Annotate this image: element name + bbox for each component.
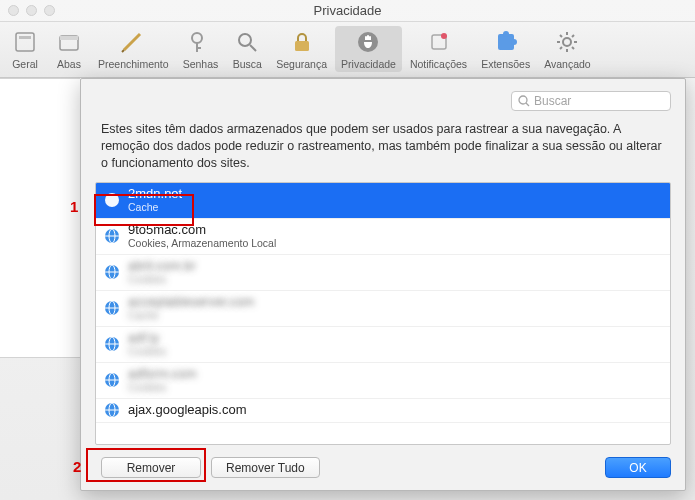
search-input[interactable]: Buscar <box>511 91 671 111</box>
search-icon <box>518 95 530 107</box>
search-icon <box>233 28 261 56</box>
minimize-icon[interactable] <box>26 5 37 16</box>
globe-icon <box>104 372 120 388</box>
svg-point-9 <box>441 33 447 39</box>
description-text: Estes sites têm dados armazenados que po… <box>101 121 665 172</box>
tab-privacidade[interactable]: Privacidade <box>335 26 402 72</box>
zoom-icon[interactable] <box>44 5 55 16</box>
svg-point-5 <box>239 34 251 46</box>
globe-icon <box>104 402 120 418</box>
list-item[interactable]: ajax.googleapis.com <box>96 399 670 423</box>
tab-extensoes[interactable]: Extensões <box>475 26 536 72</box>
svg-rect-3 <box>60 36 78 40</box>
bell-icon <box>425 28 453 56</box>
svg-rect-0 <box>16 33 34 51</box>
globe-icon <box>104 264 120 280</box>
list-item[interactable]: abril.com.br Cookies <box>96 255 670 291</box>
gear-icon <box>553 28 581 56</box>
prefs-toolbar: Geral Abas Preenchimento Senhas Busca <box>0 22 695 78</box>
general-icon <box>11 28 39 56</box>
globe-icon <box>104 300 120 316</box>
svg-point-12 <box>511 39 517 45</box>
preferences-window: Privacidade Geral Abas Preenchimento Sen… <box>0 0 695 500</box>
svg-point-11 <box>503 31 509 37</box>
list-item[interactable]: adf.ly Cookies <box>96 327 670 363</box>
list-item[interactable]: acceptableserver.com Cache <box>96 291 670 327</box>
tab-preenchimento[interactable]: Preenchimento <box>92 26 175 72</box>
background-panel <box>0 78 80 358</box>
globe-icon <box>104 336 120 352</box>
svg-point-14 <box>519 96 527 104</box>
key-icon <box>186 28 214 56</box>
lock-icon <box>288 28 316 56</box>
svg-rect-1 <box>19 36 31 39</box>
annotation-box-2 <box>86 448 206 482</box>
tab-busca[interactable]: Busca <box>226 26 268 72</box>
tab-notificacoes[interactable]: Notificações <box>404 26 473 72</box>
annotation-step-2: 2 <box>73 458 81 475</box>
tab-general[interactable]: Geral <box>4 26 46 72</box>
window-title: Privacidade <box>314 3 382 18</box>
tab-avancado[interactable]: Avançado <box>538 26 597 72</box>
hand-icon <box>354 28 382 56</box>
annotation-box-1 <box>94 194 194 226</box>
autofill-icon <box>119 28 147 56</box>
svg-rect-6 <box>295 41 309 51</box>
website-data-sheet: Buscar Estes sites têm dados armazenados… <box>80 78 686 491</box>
tab-abas[interactable]: Abas <box>48 26 90 72</box>
svg-point-13 <box>563 38 571 46</box>
window-controls[interactable] <box>8 5 55 16</box>
tabs-icon <box>55 28 83 56</box>
titlebar: Privacidade <box>0 0 695 22</box>
list-item[interactable]: adform.com Cookies <box>96 363 670 399</box>
tab-senhas[interactable]: Senhas <box>177 26 225 72</box>
globe-icon <box>104 228 120 244</box>
tab-seguranca[interactable]: Segurança <box>270 26 333 72</box>
ok-button[interactable]: OK <box>605 457 671 478</box>
remove-all-button[interactable]: Remover Tudo <box>211 457 320 478</box>
svg-point-4 <box>192 33 202 43</box>
annotation-step-1: 1 <box>70 198 78 215</box>
puzzle-icon <box>492 28 520 56</box>
close-icon[interactable] <box>8 5 19 16</box>
